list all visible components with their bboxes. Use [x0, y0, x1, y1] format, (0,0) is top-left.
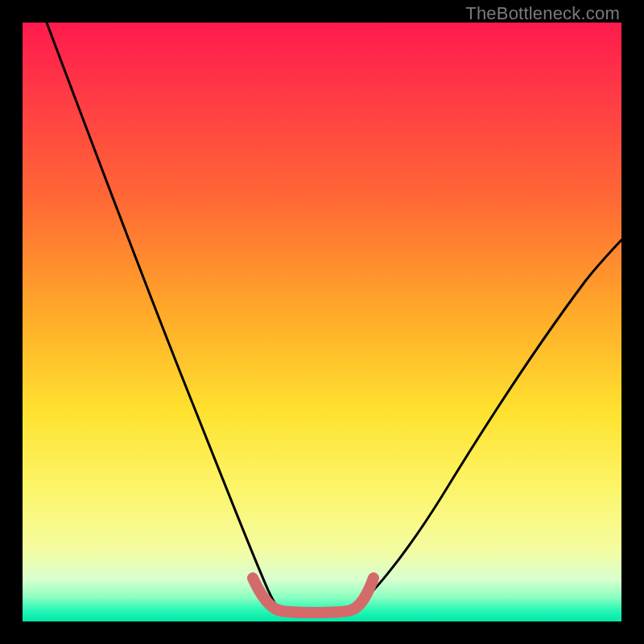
- chart-frame: TheBottleneck.com: [0, 0, 644, 644]
- series-right-branch: [353, 240, 621, 610]
- series-left-branch: [47, 23, 280, 610]
- chart-plot-area: [23, 23, 621, 621]
- chart-curves: [23, 23, 621, 621]
- watermark-text: TheBottleneck.com: [465, 3, 620, 24]
